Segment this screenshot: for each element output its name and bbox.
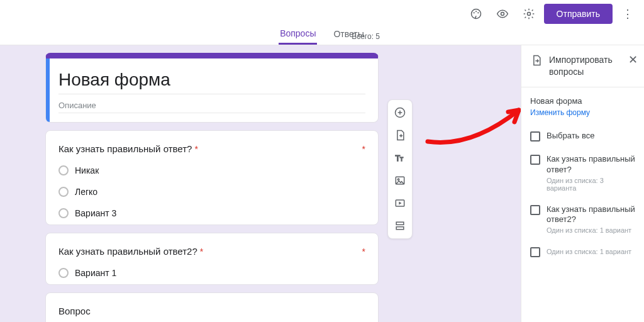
radio-icon [58,165,69,175]
gear-icon[interactable] [518,3,540,25]
option-label: Никак [75,165,99,175]
import-sidebar: Импортировать вопросы ✕ Новая форма Изме… [521,45,644,322]
annotation-arrow [421,101,521,151]
add-video-icon[interactable] [391,194,409,212]
question-title: Как узнать правильный ответ? [58,143,192,154]
radio-icon [58,208,69,218]
send-button[interactable]: Отправить [544,4,613,24]
import-item[interactable]: Как узнать правильный ответ? Один из спи… [530,148,635,198]
option-label: Вариант 3 [75,208,116,218]
svg-rect-12 [396,222,404,225]
add-question-icon[interactable] [391,104,409,121]
form-title-card[interactable]: Новая форма Описание [45,53,379,123]
palette-icon[interactable] [465,3,487,25]
checkbox-icon[interactable] [530,155,540,165]
svg-point-1 [473,12,474,13]
select-all-row[interactable]: Выбрать все [530,125,635,148]
eye-icon[interactable] [491,3,514,25]
svg-text:T: T [400,156,403,162]
checkbox-icon[interactable] [530,205,540,215]
import-item-subtitle: Один из списка: 3 варианта [547,177,635,192]
form-description-input[interactable]: Описание [58,101,365,113]
radio-option[interactable]: Вариант 1 [58,268,365,278]
radio-icon [58,268,69,278]
add-title-icon[interactable]: TT [391,149,409,167]
header: Отправить ⋮ [0,0,644,28]
svg-point-0 [471,9,480,19]
source-form-name: Новая форма [530,96,635,106]
required-indicator: * [362,144,365,154]
floating-toolbar: TT [387,99,413,239]
import-item-title: Как узнать правильный ответ? [547,154,635,175]
add-section-icon[interactable] [391,217,409,235]
question-title: Как узнать правильный ответ2? [58,246,197,257]
select-all-label: Выбрать все [547,131,594,142]
form-title-input[interactable]: Новая форма [58,70,365,94]
radio-option[interactable]: Легко [58,187,365,197]
svg-point-2 [475,11,476,12]
svg-point-10 [397,179,399,180]
required-asterisk: * [194,144,197,154]
option-label: Легко [75,187,97,197]
radio-icon [58,187,69,197]
tabs-row: Вопросы Ответы Всего: 5 [0,28,644,45]
svg-rect-13 [396,227,404,230]
change-form-link[interactable]: Изменить форму [530,108,635,117]
import-item-title: Как узнать правильный ответ2? [547,204,635,226]
option-label: Вариант 1 [75,268,116,278]
question-card[interactable]: Как узнать правильный ответ? * * Никак Л… [45,130,379,225]
radio-option[interactable]: Вариант 3 [58,208,365,218]
required-asterisk: * [200,247,203,257]
checkbox-icon[interactable] [530,131,540,142]
svg-point-4 [501,13,504,16]
checkbox-icon[interactable] [530,247,540,257]
svg-point-3 [477,12,479,13]
add-image-icon[interactable] [391,172,409,189]
required-indicator: * [362,247,365,257]
question-count: Всего: 5 [352,32,380,41]
import-icon [530,54,543,69]
close-icon[interactable]: ✕ [628,54,638,65]
sidebar-title: Импортировать вопросы [549,54,622,78]
tab-questions[interactable]: Вопросы [279,28,317,45]
svg-point-5 [527,13,530,16]
import-item[interactable]: Как узнать правильный ответ2? Один из сп… [530,198,635,241]
import-item-subtitle: Один из списка: 1 вариант [547,248,631,255]
more-vert-icon[interactable]: ⋮ [616,3,639,25]
import-item[interactable]: Один из списка: 1 вариант [530,240,635,264]
import-questions-icon[interactable] [391,126,409,144]
import-item-subtitle: Один из списка: 1 вариант [547,226,635,234]
question-card[interactable]: Как узнать правильный ответ2? * * Вариан… [45,233,379,285]
question-card[interactable]: Вопрос Вариант 1 [45,292,379,322]
question-title: Вопрос [58,306,91,316]
radio-option[interactable]: Никак [58,165,365,175]
form-canvas: Новая форма Описание Как узнать правильн… [0,45,521,322]
